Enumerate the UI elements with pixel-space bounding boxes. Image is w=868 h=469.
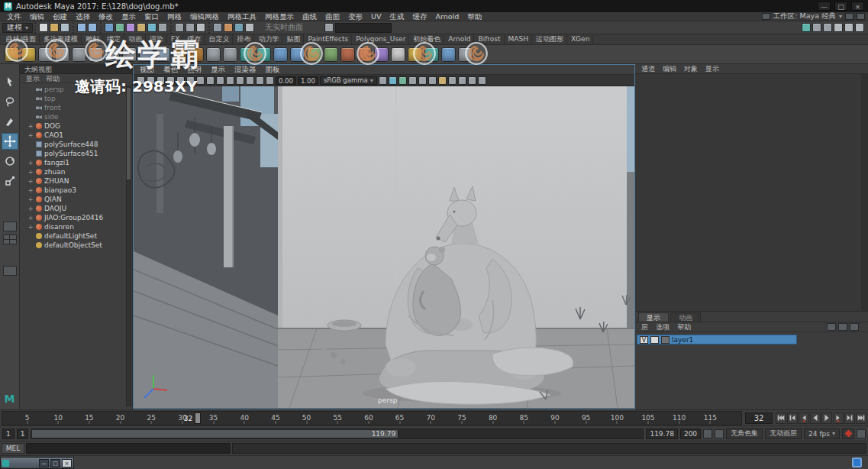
platonic-solid-shelf-button[interactable] [173, 47, 187, 62]
play-forward-button[interactable] [821, 412, 832, 424]
safe-title-icon[interactable] [266, 76, 274, 85]
outliner-item-bianpao3[interactable]: +bianpao3 [20, 186, 132, 195]
animation-start-field[interactable]: 1 [2, 429, 15, 439]
layer-display-type-toggle[interactable] [650, 336, 659, 344]
channel-box-menu-2[interactable]: 对象 [684, 64, 698, 74]
snap-to-view-plane-icon[interactable] [147, 23, 156, 32]
step-back-key-button[interactable] [799, 412, 809, 424]
layer-editor-menu-2[interactable]: 帮助 [677, 322, 691, 332]
boolean-difference-shelf-button[interactable] [290, 47, 305, 62]
rotate-tool-button[interactable] [2, 153, 18, 170]
outliner-item-front[interactable]: front [20, 103, 132, 112]
new-layer-from-selected-button[interactable] [838, 323, 847, 331]
viewport-menu-1[interactable]: 着色 [163, 65, 178, 75]
layer-visibility-toggle[interactable]: V [640, 336, 648, 344]
shelf-tab-18[interactable]: 运动图形 [533, 34, 567, 44]
expander-icon[interactable]: + [27, 205, 34, 212]
render-settings-icon[interactable] [245, 23, 254, 32]
shelf-tab-4[interactable]: 动画 [125, 34, 146, 44]
go-to-end-button[interactable] [856, 412, 866, 424]
target-weld-shelf-button[interactable] [408, 47, 422, 62]
close-button[interactable]: × [851, 2, 864, 11]
single-pane-layout-button[interactable] [3, 222, 17, 231]
smooth-brush-shelf-button[interactable] [257, 47, 271, 62]
poly-cylinder-shelf-button[interactable] [72, 47, 86, 62]
snap-to-projected-center-icon[interactable] [137, 23, 146, 32]
delete-layer-button[interactable] [850, 323, 859, 331]
outliner-item-defaultobjectset[interactable]: defaultObjectSet [20, 241, 132, 250]
outliner-menu-1[interactable]: 帮助 [46, 74, 60, 82]
view-transform-dropdown[interactable]: sRGB gamma ▾ [320, 76, 377, 85]
uv-toolkit-icon[interactable] [812, 23, 821, 32]
uv-editor-shelf-button[interactable] [458, 47, 473, 62]
poly-cone-shelf-button[interactable] [89, 47, 103, 62]
resolution-gate-icon[interactable] [226, 76, 234, 85]
menu-item-0[interactable]: 文件 [3, 12, 25, 21]
safe-action-icon[interactable] [256, 76, 264, 85]
menu-item-16[interactable]: 缓存 [408, 12, 431, 21]
boolean-union-shelf-button[interactable] [273, 47, 288, 62]
playback-start-field[interactable]: 1 [17, 429, 29, 439]
viewport-menu-3[interactable]: 显示 [211, 65, 225, 75]
lights-icon[interactable] [438, 76, 447, 85]
save-scene-icon[interactable] [60, 23, 69, 32]
saved-layout-button[interactable] [3, 266, 17, 276]
auto-keyframe-button[interactable] [842, 429, 854, 439]
shelf-tab-2[interactable]: 雕刻 [82, 34, 103, 44]
expander-icon[interactable]: + [27, 160, 34, 167]
shelf-tab-7[interactable]: 缓存 [184, 34, 205, 44]
viewport-menu-4[interactable]: 渲染器 [234, 65, 257, 75]
shelf-tab-9[interactable]: 排布 [234, 34, 254, 44]
layer-row-layer1[interactable]: Vlayer1 [637, 335, 797, 344]
make-live-icon[interactable] [158, 23, 167, 32]
viewport-menu-2[interactable]: 照明 [187, 65, 202, 75]
menu-item-8[interactable]: 编辑网格 [186, 12, 223, 21]
expander-icon[interactable]: + [27, 215, 34, 222]
scale-tool-button[interactable] [2, 173, 18, 189]
combine-shelf-button[interactable] [307, 47, 321, 62]
poly-disc-shelf-button[interactable] [139, 47, 153, 62]
select-tool-button[interactable] [2, 73, 18, 90]
shadows-icon[interactable] [448, 76, 457, 85]
menu-item-9[interactable]: 网格工具 [224, 12, 260, 21]
outliner-item-top[interactable]: top [20, 94, 132, 103]
step-forward-frame-button[interactable] [844, 412, 855, 424]
paint-select-tool-button[interactable] [2, 113, 18, 130]
outliner-item-jiao-group20416[interactable]: +JIAO:Group20416 [20, 213, 132, 222]
camera-attributes-icon[interactable] [156, 76, 165, 85]
menu-item-18[interactable]: 帮助 [463, 12, 486, 21]
menu-item-10[interactable]: 网格显示 [261, 12, 298, 21]
shelf-tab-10[interactable]: 动力学 [255, 34, 282, 44]
mini-minimize-button[interactable]: — [39, 459, 49, 467]
viewport-scene-area[interactable]: persp [134, 86, 634, 409]
channel-box-menu-3[interactable]: 显示 [705, 64, 719, 74]
use-default-material-icon[interactable] [408, 76, 417, 85]
shelf-tab-6[interactable]: FX [168, 34, 183, 44]
outliner-item-cao1[interactable]: +CAO1 [20, 131, 132, 140]
outliner-item-side[interactable]: side [20, 112, 132, 121]
quad-draw-shelf-button[interactable] [424, 47, 439, 62]
mel-language-toggle[interactable]: MEL [2, 443, 24, 454]
channel-box-toggle-icon[interactable] [855, 23, 864, 32]
menu-item-17[interactable]: Arnold [431, 12, 463, 21]
viewport-scene[interactable]: persp [134, 86, 634, 408]
menu-item-1[interactable]: 编辑 [26, 12, 48, 21]
outliner-item-daoju[interactable]: +DAOJU [20, 204, 132, 213]
outliner-menu-0[interactable]: 显示 [26, 74, 40, 82]
bevel-shelf-button[interactable] [357, 47, 372, 62]
outliner-item-defaultlightset[interactable]: defaultLightSet [20, 231, 132, 241]
shelf-tab-15[interactable]: Arnold [445, 34, 474, 44]
grid-icon[interactable] [206, 76, 215, 85]
nurbs-circle-shelf-button[interactable] [5, 47, 19, 62]
animation-end-field[interactable]: 200 [680, 429, 701, 439]
fps-selector[interactable]: 24 fps ▾ [804, 429, 840, 439]
play-backward-button[interactable] [810, 412, 821, 424]
exposure-field[interactable]: 0.00 [276, 76, 296, 85]
character-set-selector[interactable]: 无角色集 [726, 429, 763, 439]
maximize-button[interactable]: □ [834, 2, 847, 11]
expander-icon[interactable]: + [27, 178, 34, 185]
poly-pipe-shelf-button[interactable] [206, 47, 221, 62]
outliner-item-zhuan[interactable]: +zhuan [20, 167, 132, 176]
anim-layer-selector[interactable]: 无动画层 [765, 429, 802, 439]
menu-item-6[interactable]: 窗口 [140, 12, 163, 21]
